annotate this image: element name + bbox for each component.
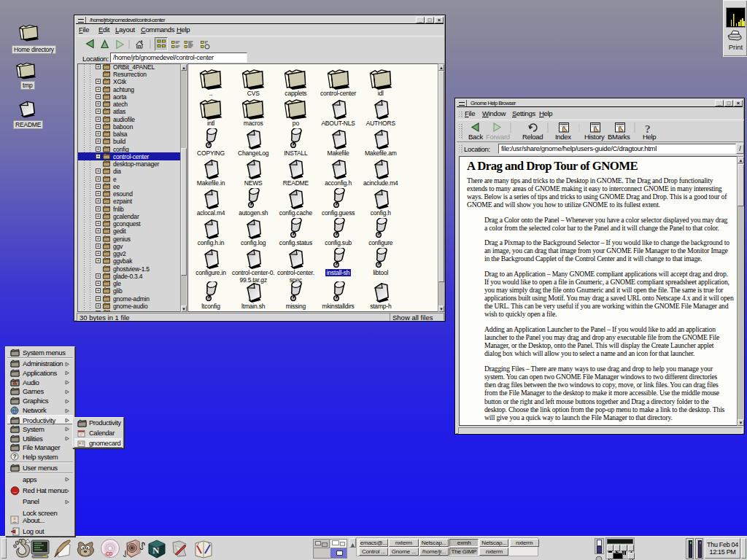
svg-text:N: N [152, 545, 160, 556]
svg-text:?: ? [645, 122, 651, 133]
svg-text:CD: CD [106, 551, 113, 556]
svg-text:?: ? [13, 453, 17, 460]
